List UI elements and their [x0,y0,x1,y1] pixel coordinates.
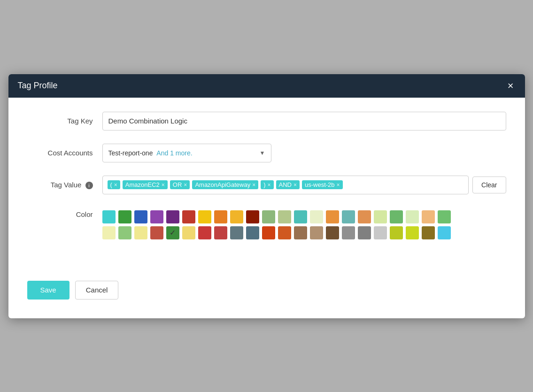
token-paren-open: ( × [108,180,120,189]
color-swatch[interactable] [182,210,195,223]
color-swatch[interactable] [374,210,387,223]
color-row-1 [102,210,451,223]
color-swatch[interactable] [438,210,451,223]
token-and: AND × [276,180,300,189]
color-swatch[interactable] [294,226,307,239]
color-palette: ✓ [102,210,451,239]
color-swatch[interactable] [406,226,419,239]
color-swatch[interactable] [358,210,371,223]
color-swatch[interactable] [246,226,259,239]
color-swatch[interactable] [262,226,275,239]
color-swatch[interactable] [310,226,323,239]
modal-footer: Save Cancel [8,271,525,318]
color-swatch[interactable] [150,226,163,239]
color-swatch[interactable] [294,210,307,223]
token-us-west-2b: us-west-2b × [302,180,343,189]
color-swatch[interactable] [102,226,116,239]
color-swatch[interactable] [246,210,259,223]
tag-key-label: Tag Key [27,117,102,125]
clear-button[interactable]: Clear [472,177,506,193]
color-swatch[interactable] [326,226,339,239]
color-swatch[interactable] [374,226,387,239]
token-amazonapigateway: AmazonApiGateway × [192,180,258,189]
color-swatch[interactable] [118,210,131,223]
token-close-icon[interactable]: × [184,182,187,188]
color-swatch[interactable]: ✓ [166,226,179,239]
color-swatch[interactable] [278,210,291,223]
color-swatch[interactable] [390,226,403,239]
tag-profile-modal: Tag Profile × Tag Key Cost Accounts Test… [8,74,525,318]
color-swatch[interactable] [134,210,147,223]
color-swatch[interactable] [198,226,211,239]
tag-key-row: Tag Key [27,112,506,131]
color-swatch[interactable] [102,210,116,223]
tag-value-label: Tag Value i [27,181,102,189]
tag-tokens-area[interactable]: ( × AmazonEC2 × OR × AmazonApiGateway × … [102,176,469,194]
color-swatch[interactable] [134,226,147,239]
token-close-icon[interactable]: × [294,182,297,188]
modal-header: Tag Profile × [8,74,525,98]
color-swatch[interactable] [262,210,275,223]
chevron-down-icon: ▼ [260,150,265,156]
color-swatch[interactable] [310,210,323,223]
save-button[interactable]: Save [27,281,70,300]
color-swatch[interactable] [230,226,243,239]
color-label: Color [27,210,102,218]
color-swatch[interactable] [342,210,355,223]
token-close-icon[interactable]: × [162,182,165,188]
color-swatch[interactable] [438,226,451,239]
color-row-2: ✓ [102,226,451,239]
cost-accounts-dropdown[interactable]: Test-report-one And 1 more. ▼ [102,144,271,162]
color-swatch[interactable] [406,210,419,223]
token-close-icon[interactable]: × [252,182,255,188]
modal-body: Tag Key Cost Accounts Test-report-one An… [8,98,525,271]
color-swatch[interactable] [198,210,211,223]
color-swatch[interactable] [150,210,163,223]
tag-value-row: Tag Value i ( × AmazonEC2 × OR × AmazonA… [27,176,506,194]
cost-accounts-value: Test-report-one [108,149,153,157]
tag-key-input[interactable] [102,112,506,131]
color-swatch[interactable] [342,226,355,239]
color-swatch[interactable] [214,210,227,223]
color-swatch[interactable] [326,210,339,223]
tag-value-container: ( × AmazonEC2 × OR × AmazonApiGateway × … [102,176,506,194]
color-swatch[interactable] [422,226,435,239]
token-paren-close: ) × [261,180,273,189]
cost-accounts-label: Cost Accounts [27,149,102,157]
color-swatch[interactable] [230,210,243,223]
modal-title: Tag Profile [18,81,58,91]
token-close-icon[interactable]: × [337,182,340,188]
color-swatch[interactable] [182,226,195,239]
info-icon[interactable]: i [85,182,93,189]
color-swatch[interactable] [166,210,179,223]
color-swatch[interactable] [278,226,291,239]
close-button[interactable]: × [506,81,516,91]
color-swatch[interactable] [358,226,371,239]
color-swatch[interactable] [118,226,131,239]
color-swatch[interactable] [214,226,227,239]
color-row: Color ✓ [27,208,506,239]
color-swatch[interactable] [422,210,435,223]
token-close-icon[interactable]: × [114,182,117,188]
token-close-icon[interactable]: × [268,182,271,188]
token-or: OR × [170,180,190,189]
token-amazonec2: AmazonEC2 × [123,180,168,189]
cost-accounts-row: Cost Accounts Test-report-one And 1 more… [27,144,506,162]
cancel-button[interactable]: Cancel [75,281,119,300]
cost-accounts-more: And 1 more. [156,149,192,157]
color-swatch[interactable] [390,210,403,223]
